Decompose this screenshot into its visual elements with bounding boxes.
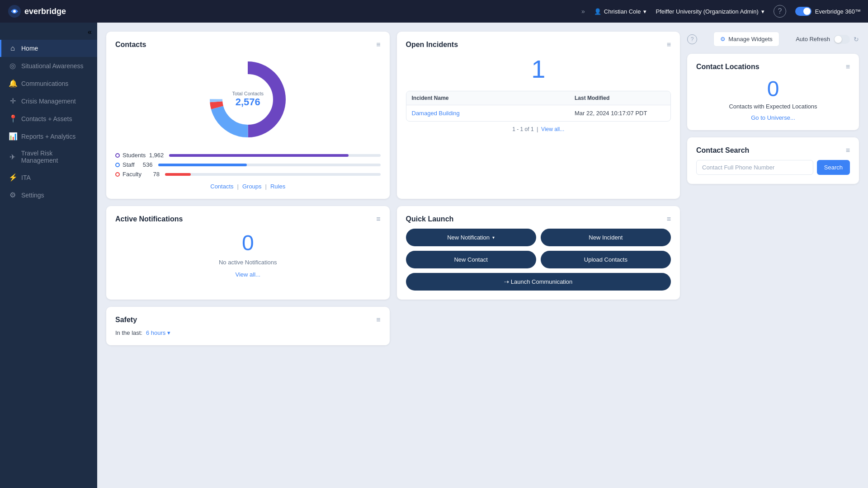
view-all-incidents-link[interactable]: View all...: [541, 126, 564, 132]
quick-launch-widget: Quick Launch ≡ New Notification ▾ New In…: [397, 206, 680, 300]
students-count: 1,962: [146, 152, 164, 159]
contacts-link[interactable]: Contacts: [210, 183, 233, 190]
col-incident-name: Incident Name: [412, 95, 575, 101]
sidebar-item-travel-risk[interactable]: ✈ Travel Risk Management: [0, 145, 97, 169]
auto-refresh-toggle[interactable]: [834, 35, 850, 44]
legend-row-staff: Staff 536: [115, 161, 381, 168]
contact-locations-count: 0: [696, 76, 850, 101]
faculty-dot: [115, 172, 120, 177]
incident-date: Mar 22, 2024 10:17:07 PDT: [575, 110, 665, 117]
contact-search-input[interactable]: [696, 160, 813, 175]
incident-row: Damaged Building Mar 22, 2024 10:17:07 P…: [406, 105, 671, 121]
everbridge360-toggle[interactable]: Everbridge 360™: [795, 7, 861, 16]
home-icon: ⌂: [9, 44, 17, 52]
sidebar-item-reports-analytics[interactable]: 📊 Reports + Analytics: [0, 127, 97, 145]
faculty-label: Faculty: [123, 171, 142, 178]
safety-menu-icon[interactable]: ≡: [376, 316, 380, 324]
contacts-menu-icon[interactable]: ≡: [376, 41, 380, 49]
360-toggle-switch[interactable]: [795, 7, 811, 16]
contact-locations-title: Contact Locations: [696, 63, 760, 71]
refresh-icon[interactable]: ↻: [854, 36, 859, 43]
view-all-notifications-link[interactable]: View all...: [236, 271, 260, 278]
manage-widgets-button[interactable]: ⚙ Manage Widgets: [713, 32, 779, 47]
groups-link[interactable]: Groups: [242, 183, 262, 190]
no-active-text: No active Notifications: [115, 259, 381, 266]
notifications-count: 0: [115, 230, 381, 255]
faculty-bar: [165, 173, 191, 176]
widgets-help-icon[interactable]: ?: [687, 34, 697, 44]
new-contact-button[interactable]: New Contact: [406, 251, 536, 268]
manage-widgets-label: Manage Widgets: [728, 36, 773, 42]
incident-name-link[interactable]: Damaged Building: [412, 110, 575, 117]
user-icon: 👤: [594, 8, 601, 15]
total-contacts-count: 2,576: [232, 96, 264, 108]
sidebar-item-contacts-assets[interactable]: 📍 Contacts + Assets: [0, 110, 97, 127]
ita-icon: ⚡: [9, 173, 17, 182]
org-menu[interactable]: Pfeiffer University (Organization Admin)…: [656, 8, 764, 15]
sidebar-item-label: Communications: [21, 80, 68, 87]
incidents-table-header: Incident Name Last Modified: [406, 91, 671, 105]
active-notifications-widget: Active Notifications ≡ 0 No active Notif…: [106, 206, 390, 300]
sidebar-collapse-button[interactable]: «: [0, 26, 97, 40]
search-button[interactable]: Search: [817, 160, 850, 175]
contact-locations-widget: Contact Locations ≡ 0 Contacts with Expe…: [687, 54, 859, 130]
main-content: Contacts ≡ Total Con: [97, 23, 868, 488]
logo-text: everbridge: [24, 7, 66, 16]
safety-widget: Safety ≡ In the last: 6 hours ▾: [106, 307, 390, 345]
contact-locations-sub: Contacts with Expected Locations: [696, 103, 850, 110]
auto-refresh-section: Auto Refresh ↻: [796, 35, 859, 44]
contacts-assets-icon: 📍: [9, 114, 17, 123]
new-contact-label: New Contact: [454, 256, 487, 263]
sidebar-item-label: Crisis Management: [21, 98, 76, 105]
new-incident-button[interactable]: New Incident: [541, 229, 671, 246]
students-bar: [169, 154, 349, 157]
staff-dot: [115, 163, 120, 167]
sidebar-item-home[interactable]: ⌂ Home: [0, 40, 97, 57]
user-menu[interactable]: 👤 Christian Cole ▾: [594, 8, 647, 15]
incidents-table: Incident Name Last Modified Damaged Buil…: [406, 91, 671, 122]
faculty-count: 78: [142, 171, 160, 178]
quick-launch-menu-icon[interactable]: ≡: [667, 215, 671, 223]
expand-icon[interactable]: »: [581, 8, 585, 15]
logo[interactable]: everbridge: [7, 4, 66, 19]
svg-point-1: [13, 10, 16, 13]
upload-contacts-button[interactable]: Upload Contacts: [541, 251, 671, 268]
360-label: Everbridge 360™: [815, 8, 861, 15]
new-notification-label: New Notification: [447, 234, 490, 241]
notifications-menu-icon[interactable]: ≡: [376, 215, 380, 223]
incidents-menu-icon[interactable]: ≡: [667, 41, 671, 49]
contacts-legend: Students 1,962 Staff 536: [115, 152, 381, 178]
staff-bar-container: [158, 164, 381, 166]
gear-icon: ⚙: [720, 36, 726, 42]
sidebar: « ⌂ Home ◎ Situational Awareness 🔔 Commu…: [0, 23, 97, 488]
org-name: Pfeiffer University (Organization Admin): [656, 8, 758, 15]
contacts-donut-chart: Total Contacts 2,576: [203, 54, 293, 145]
incidents-title: Open Incidents: [406, 41, 458, 49]
sidebar-item-communications[interactable]: 🔔 Communications: [0, 75, 97, 92]
in-last-label: In the last:: [115, 329, 142, 336]
go-universe-link[interactable]: Go to Universe...: [751, 114, 795, 121]
quick-launch-grid: New Notification ▾ New Incident New Cont…: [406, 229, 671, 291]
sidebar-item-situational-awareness[interactable]: ◎ Situational Awareness: [0, 57, 97, 75]
collapse-icon: «: [88, 28, 92, 36]
contact-locations-menu-icon[interactable]: ≡: [846, 63, 850, 71]
contact-search-row: Search: [696, 160, 850, 175]
help-button[interactable]: ?: [774, 5, 786, 18]
rules-link[interactable]: Rules: [270, 183, 285, 190]
hours-selector[interactable]: 6 hours ▾: [146, 329, 170, 336]
reports-icon: 📊: [9, 132, 17, 141]
sidebar-item-label: Contacts + Assets: [21, 115, 72, 122]
safety-title: Safety: [115, 316, 137, 324]
contact-search-menu-icon[interactable]: ≡: [846, 146, 850, 155]
sidebar-item-crisis-management[interactable]: ✛ Crisis Management: [0, 92, 97, 110]
sidebar-item-settings[interactable]: ⚙ Settings: [0, 186, 97, 204]
org-chevron-icon: ▾: [761, 8, 764, 15]
situational-awareness-icon: ◎: [9, 61, 17, 70]
incidents-pagination: 1 - 1 of 1 | View all...: [406, 126, 671, 132]
open-incidents-widget: Open Incidents ≡ 1 Incident Name Last Mo…: [397, 32, 680, 199]
new-notification-button[interactable]: New Notification ▾: [406, 229, 536, 246]
launch-communication-button[interactable]: ⇢ Launch Communication: [406, 273, 671, 291]
sidebar-item-ita[interactable]: ⚡ ITA: [0, 169, 97, 186]
sidebar-item-label: Home: [21, 45, 38, 52]
hours-chevron-icon: ▾: [167, 329, 170, 336]
